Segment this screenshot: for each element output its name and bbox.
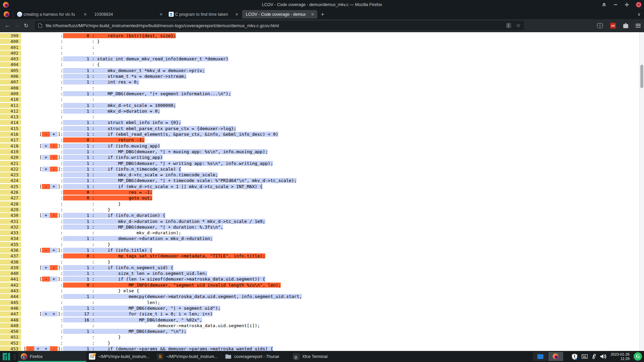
new-tab-button[interactable]: + xyxy=(318,11,327,17)
page-info-icon[interactable] xyxy=(38,23,42,28)
url-text[interactable]: file:///home/fuzz/MPV/mpv-build_instrume… xyxy=(46,23,506,28)
branch-taken-marker: + xyxy=(50,277,58,282)
line-number: 422 xyxy=(0,167,21,172)
line-number: 400 xyxy=(0,39,21,44)
shade-window-button[interactable] xyxy=(602,2,606,7)
browser-tab-2[interactable]: 10308834✕ xyxy=(91,10,166,18)
keyboard-layout-icon[interactable] xyxy=(582,354,588,359)
branch-taken-marker: + xyxy=(50,311,58,316)
clipboard-paperclip-icon[interactable] xyxy=(592,354,596,360)
covered-line: 1 : MP_DBG(demuxer, "| + muxing app: %s\… xyxy=(63,149,268,154)
clock[interactable]: 2023-01-26 11:29 xyxy=(611,352,630,361)
line-number: 419 xyxy=(0,149,21,154)
source-line-451: 451 : : } xyxy=(0,334,644,340)
url-bar[interactable]: file:///home/fuzz/MPV/mpv-build_instrume… xyxy=(35,21,524,30)
branch-taken-marker: + xyxy=(42,346,50,351)
taskbar-button-2[interactable]: ~/MPV/mpv-build_instrum... xyxy=(86,351,154,362)
branch-not-taken-marker: - xyxy=(26,346,34,351)
app-menu-launcher-icon[interactable] xyxy=(3,353,10,360)
firefox-view-icon[interactable] xyxy=(4,11,9,17)
workspace-window-icon[interactable] xyxy=(533,352,548,361)
browser-tab-1[interactable]: Gcreating a harness for vlc fu✕ xyxy=(15,10,90,18)
taskbar: 3Firefox~/MPV/mpv-build_instrum...S~/MPV… xyxy=(0,351,644,362)
window-title: LCOV - Code coverage - demux/demux_mkv.c… xyxy=(0,2,644,7)
line-number: 414 xyxy=(0,120,21,125)
branch-field: : xyxy=(21,137,63,142)
reader-mode-icon[interactable] xyxy=(506,23,511,28)
covered-line: 1 : mkv_d->tc_scale = info.timecode_scal… xyxy=(63,172,218,177)
branch-field: : xyxy=(21,97,63,102)
branch-not-taken-marker: - xyxy=(50,265,58,270)
covered-line: 1 : mkv_d->duration = 0; xyxy=(63,109,160,114)
tab-close-icon[interactable]: ✕ xyxy=(234,12,239,17)
back-button[interactable]: ← xyxy=(3,22,12,28)
branch-taken-marker: + xyxy=(42,311,50,316)
security-shield-icon[interactable] xyxy=(572,354,577,360)
workspace-pager[interactable] xyxy=(533,352,563,361)
taskbar-button-4[interactable]: coveragereport - Thunar xyxy=(222,351,290,362)
task-label: ~/MPV/mpv-build_instrum... xyxy=(98,354,150,359)
line-number: 427 xyxy=(0,195,21,200)
browser-tab-3[interactable]: C program to find time taken✕ xyxy=(166,10,241,18)
minimize-button[interactable] xyxy=(613,2,618,7)
branch-field: : xyxy=(21,91,63,96)
tab-close-icon[interactable]: ✕ xyxy=(159,12,163,17)
list-all-tabs-button[interactable]: ∨ xyxy=(637,12,641,17)
tab-close-icon[interactable]: ✕ xyxy=(83,12,88,17)
branch-taken-marker: + xyxy=(42,167,50,172)
branch-field: : xyxy=(21,85,63,90)
scrollbar-thumb[interactable] xyxy=(640,65,643,88)
volume-icon[interactable] xyxy=(600,354,607,359)
taskbar-button-3[interactable]: S~/MPV/mpv-build_instrum... xyxy=(154,351,222,362)
branch-field: [ - + ]: xyxy=(21,248,63,253)
system-tray xyxy=(572,354,607,360)
browser-tab-4[interactable]: LCOV - Code coverage - demux✕ xyxy=(242,10,317,18)
task-label: Xfce Terminal xyxy=(302,354,328,359)
pocket-icon[interactable]: ∨ xyxy=(597,23,603,28)
ublock-origin-icon[interactable]: uO xyxy=(610,23,616,28)
taskbar-button-5[interactable]: >_2Xfce Terminal xyxy=(290,351,359,362)
neutral-line: : xyxy=(63,51,97,56)
branch-field: [ - + ]: xyxy=(21,132,63,137)
line-number: 410 xyxy=(0,97,21,102)
updater-tray-icon[interactable]: G xyxy=(634,352,642,361)
app-menu-icon[interactable] xyxy=(636,24,641,27)
forward-button[interactable]: → xyxy=(12,22,21,28)
line-number: 445 xyxy=(0,300,21,305)
taskbar-button-1[interactable]: 3Firefox xyxy=(18,351,86,362)
workspace-current[interactable] xyxy=(548,352,563,361)
branch-field: [ - + ]: xyxy=(21,277,63,282)
reload-button[interactable]: ↻ xyxy=(21,22,31,29)
line-number: 434 xyxy=(0,236,21,241)
extensions-icon[interactable] xyxy=(623,23,628,28)
maximize-button[interactable] xyxy=(625,2,629,7)
line-number: 409 xyxy=(0,91,21,96)
vertical-scrollbar[interactable] xyxy=(639,32,644,351)
branch-field: : xyxy=(21,225,63,230)
source-line-438: 438 : : } xyxy=(0,259,644,265)
firefox-window-icon xyxy=(553,354,558,359)
line-number: 438 xyxy=(0,259,21,264)
source-line-408: 408 : : xyxy=(0,85,644,91)
branch-field: : xyxy=(21,126,63,131)
neutral-line: : } else { xyxy=(63,288,139,293)
uncovered-line: 0 : MP_INFO(demuxer, "segment uid invali… xyxy=(63,283,281,288)
tab-label: creating a harness for vlc fu xyxy=(23,12,82,17)
source-line-424: 424 : 1 : MP_DBG(demuxer, "| + timecode … xyxy=(0,178,644,183)
branch-field: : xyxy=(21,114,63,119)
branch-field: : xyxy=(21,149,63,154)
line-number: 447 xyxy=(0,311,21,316)
close-window-button[interactable] xyxy=(636,2,641,7)
bookmark-star-icon[interactable]: ☆ xyxy=(516,22,521,28)
branch-field: : xyxy=(21,45,63,50)
line-number: 429 xyxy=(0,207,21,212)
branch-not-taken-marker: - xyxy=(50,143,58,148)
covered-line: 1 : MP_DBG(demuxer, "| + timecode scale:… xyxy=(63,178,297,183)
line-number: 425 xyxy=(0,184,21,189)
line-number: 432 xyxy=(0,225,21,230)
line-number: 402 xyxy=(0,51,21,56)
branch-field: : xyxy=(21,236,63,241)
covered-line: 16 : MP_DBG(demuxer, " %02x", xyxy=(63,317,202,322)
source-line-430: 430 [ + - ]: 1 : if (info.n_duration) { xyxy=(0,213,644,218)
tab-close-icon[interactable]: ✕ xyxy=(310,12,315,17)
